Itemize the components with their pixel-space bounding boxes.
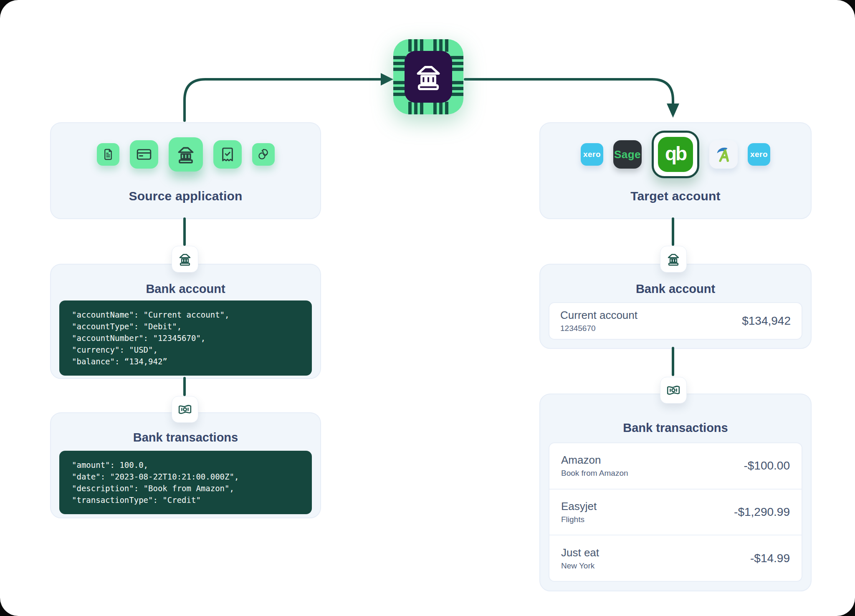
transaction-description: Book from Amazon xyxy=(561,469,628,478)
account-number: 12345670 xyxy=(560,324,637,333)
account-name: Current account xyxy=(560,309,637,322)
bank-chip-icon xyxy=(393,39,463,114)
xero-logo[interactable]: xero xyxy=(748,143,770,166)
transactions-list: Amazon Book from Amazon -$100.00 Easyjet… xyxy=(549,442,802,582)
banknote-badge-icon xyxy=(660,377,687,404)
arrow-chip-to-target xyxy=(465,79,673,104)
code-line: "accountType": "Debit", xyxy=(72,321,299,332)
arrowhead-down xyxy=(667,104,679,118)
code-line: "currency": "USD", xyxy=(72,344,299,356)
card-title: Bank transactions xyxy=(51,431,320,444)
transaction-amount: -$1,290.99 xyxy=(734,505,790,519)
banknote-badge-icon xyxy=(172,396,198,423)
integration-flow-diagram: Source application xero Sage qb xyxy=(0,0,855,616)
document-icon[interactable] xyxy=(97,143,119,166)
account-balance: $134,942 xyxy=(742,314,791,328)
freeagent-a xyxy=(720,150,729,161)
transaction-name: Amazon xyxy=(561,454,628,467)
transaction-row: Amazon Book from Amazon -$100.00 xyxy=(549,443,802,489)
transaction-description: New York xyxy=(561,561,599,571)
code-line: "date": "2023-08-22T10:21:00.000Z", xyxy=(72,471,299,482)
target-account-panel: xero Sage qb xero xyxy=(539,122,812,219)
target-panel-title: Target account xyxy=(540,189,811,203)
source-application-panel: Source application xyxy=(50,122,321,219)
bank-account-card-source: Bank account "accountName": "Current acc… xyxy=(50,264,321,379)
bank-badge-icon xyxy=(660,246,687,273)
code-line: "accountNumber": "12345670", xyxy=(72,332,299,344)
code-line: "amount": 100.0, xyxy=(72,459,299,471)
transaction-amount: -$100.00 xyxy=(744,459,790,472)
source-panel-title: Source application xyxy=(51,189,320,203)
arrowhead-right xyxy=(381,73,393,86)
bank-icon[interactable] xyxy=(169,137,203,172)
transaction-row: Easyjet Flights -$1,290.99 xyxy=(549,489,802,535)
xero-label: xero xyxy=(583,150,601,159)
quickbooks-logo-selected[interactable]: qb xyxy=(652,131,699,178)
source-icon-row xyxy=(97,123,275,186)
transaction-name: Easyjet xyxy=(561,500,597,513)
code-line: "transactionType": "Credit" xyxy=(72,494,299,506)
transaction-name: Just eat xyxy=(561,546,599,559)
bank-transactions-json-block: "amount": 100.0, "date": "2023-08-22T10:… xyxy=(59,451,312,514)
credit-card-icon[interactable] xyxy=(130,140,158,169)
arrow-source-to-chip xyxy=(185,79,381,121)
target-icon-row: xero Sage qb xero xyxy=(581,123,770,186)
bank-badge-icon xyxy=(172,246,198,273)
code-line: "description": "Book from Amazon", xyxy=(72,482,299,494)
sage-logo[interactable]: Sage xyxy=(613,140,642,169)
bank-account-json-block: "accountName": "Current account", "accou… xyxy=(59,300,312,376)
bank-account-card-target: Bank account Current account 12345670 $1… xyxy=(539,264,812,349)
sync-icon[interactable] xyxy=(252,143,275,166)
bank-transactions-card-target: Bank transactions Amazon Book from Amazo… xyxy=(539,394,812,591)
code-line: "balance": “134,942” xyxy=(72,356,299,367)
xero-logo[interactable]: xero xyxy=(581,143,603,166)
xero-label: xero xyxy=(750,150,768,159)
card-title: Bank transactions xyxy=(540,421,811,435)
code-line: "accountName": "Current account", xyxy=(72,309,299,321)
bank-transactions-card-source: Bank transactions "amount": 100.0, "date… xyxy=(50,412,321,518)
card-title: Bank account xyxy=(51,282,320,296)
card-title: Bank account xyxy=(540,282,811,296)
transaction-row: Just eat New York -$14.99 xyxy=(549,535,802,581)
quickbooks-qb-mark: qb xyxy=(658,137,693,172)
receipt-check-icon[interactable] xyxy=(213,140,242,169)
account-summary-row: Current account 12345670 $134,942 xyxy=(549,302,802,340)
freeagent-logo[interactable] xyxy=(709,140,738,169)
sage-label: Sage xyxy=(614,148,641,161)
transaction-description: Flights xyxy=(561,515,597,524)
transaction-amount: -$14.99 xyxy=(750,552,790,565)
